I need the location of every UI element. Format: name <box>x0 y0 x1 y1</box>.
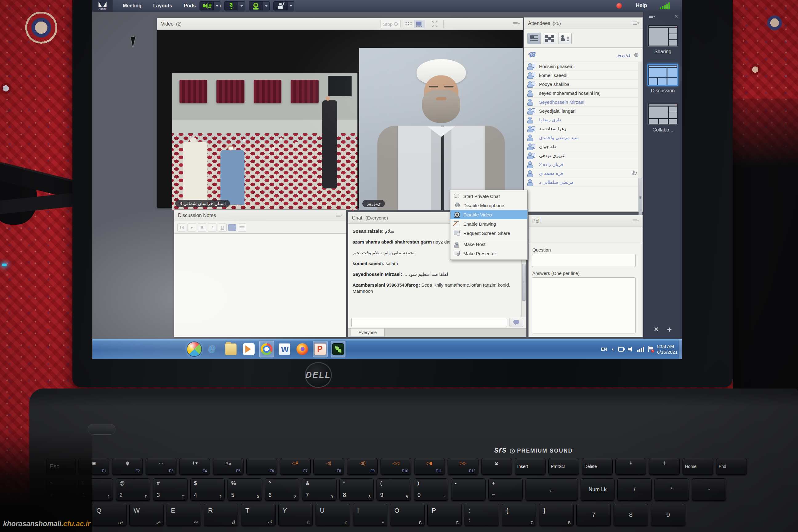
italic-button[interactable]: I <box>208 224 216 231</box>
attendee-row[interactable]: قره محمد ی <box>524 169 639 178</box>
menubar-item[interactable]: Pods <box>178 0 202 12</box>
attendee-row[interactable]: سید مرتضی واحمدی <box>524 133 639 142</box>
taskbar-app-button[interactable] <box>224 341 238 358</box>
delete-layout-icon[interactable]: × <box>654 325 658 334</box>
send-message-button[interactable] <box>510 318 523 327</box>
dell-logo: DELL <box>305 362 332 388</box>
tray-expand-icon[interactable]: ▲ <box>611 347 614 351</box>
attendee-list-view-button[interactable] <box>527 33 541 44</box>
underline-button[interactable]: U <box>218 224 227 231</box>
bullet-list-button[interactable] <box>238 224 246 231</box>
attendee-row[interactable]: زهرا سعادتمند <box>524 125 639 133</box>
taskbar-app-button[interactable] <box>295 341 310 358</box>
attendee-row[interactable]: komeil saeedi <box>524 71 639 80</box>
taskbar-app-button[interactable] <box>313 341 327 358</box>
scrollbar-thumb[interactable] <box>639 178 642 218</box>
layout-item[interactable]: Discussion <box>644 61 682 94</box>
add-layout-icon[interactable]: + <box>667 325 671 334</box>
webcam-button[interactable] <box>249 1 263 11</box>
tab-everyone[interactable]: Everyone <box>351 328 384 337</box>
notes-content[interactable] <box>174 234 346 337</box>
poll-answers-input[interactable] <box>532 278 636 334</box>
language-indicator[interactable]: EN <box>601 347 607 352</box>
keyboard-key: Yغ <box>278 504 313 526</box>
speaker-button[interactable]: ))) <box>200 1 214 11</box>
font-size-select[interactable]: 14 <box>177 224 186 231</box>
video-feed-conference-hall: استان خراسان شمالی 3 <box>172 73 358 210</box>
stop-webcam-button[interactable]: Stop <box>380 20 401 28</box>
layout-thumbnail-icon <box>647 64 678 86</box>
device-icon <box>532 144 535 149</box>
attendee-row[interactable]: طه جوان <box>524 142 639 151</box>
context-menu-item[interactable]: Enable Drawing <box>451 219 527 228</box>
video-pod-title: Video <box>161 21 174 27</box>
text-color-button[interactable] <box>228 224 236 231</box>
attendee-row[interactable]: عزیزی نودهی <box>524 151 639 160</box>
action-center-icon[interactable]: ✕ <box>648 346 653 352</box>
attendee-row[interactable]: Hossein ghasemi <box>524 62 639 71</box>
power-icon[interactable] <box>618 347 624 352</box>
attendee-row[interactable]: Seyedjalal langari <box>524 107 639 115</box>
active-speaker-row[interactable]: ☎ ی‌نوروز ⊗ <box>524 48 643 62</box>
context-menu-item[interactable]: Start Private Chat <box>451 191 527 201</box>
bold-button[interactable]: B <box>198 224 206 231</box>
chat-text: محمدسمایی وام: سلام وقت بخیر <box>353 250 416 255</box>
close-icon[interactable]: ⊗ <box>633 51 639 58</box>
pod-options-icon[interactable] <box>513 22 520 26</box>
raise-hand-icon <box>278 3 283 9</box>
attendee-status-view-button[interactable] <box>558 33 572 44</box>
menubar-item[interactable]: Meeting <box>117 0 147 12</box>
start-button[interactable] <box>187 341 202 357</box>
microphone-dropdown[interactable] <box>238 1 245 11</box>
pod-options-icon[interactable] <box>633 219 640 223</box>
pod-options-icon[interactable] <box>633 21 640 25</box>
volume-icon[interactable] <box>628 347 633 352</box>
photo-scene: Adobe MeetingLayoutsPodsAudio ))) <box>0 0 798 532</box>
keyboard-key: ◁)F8 <box>314 458 344 475</box>
webcam-dropdown[interactable] <box>263 1 270 11</box>
context-menu-item[interactable]: Disable Microphone <box>451 201 527 210</box>
context-menu-item[interactable]: Make Presenter <box>451 249 527 258</box>
sidebar-options-icon[interactable] <box>649 15 656 19</box>
scrollbar-thumb[interactable] <box>522 264 526 301</box>
grid-view-button[interactable] <box>403 20 414 28</box>
keyboard-key: &7۷ <box>302 478 337 500</box>
speaker-dropdown[interactable] <box>214 1 221 11</box>
list-view-icon <box>530 35 538 41</box>
context-menu-item[interactable]: Request Screen Share <box>451 228 527 238</box>
attendee-row[interactable]: seyed mohammad hoseini iraj <box>524 89 639 98</box>
context-menu-item[interactable]: Disable Video <box>451 210 527 219</box>
pod-options-icon[interactable] <box>336 213 343 218</box>
context-menu-item[interactable]: Make Host <box>451 239 527 249</box>
raise-hand-button[interactable] <box>273 1 288 11</box>
attendee-row[interactable]: Pooya shakiba <box>524 80 639 89</box>
layout-item[interactable]: Sharing <box>644 22 682 55</box>
microphone-button[interactable] <box>224 1 238 11</box>
show-desktop-button[interactable] <box>679 339 682 359</box>
raise-hand-dropdown[interactable] <box>288 1 294 11</box>
layout-list: Sharing Discussion Collabo... <box>644 22 682 139</box>
taskbar-app-button[interactable] <box>206 341 221 358</box>
attendee-grid-view-button[interactable] <box>543 33 556 44</box>
network-icon[interactable] <box>637 347 644 352</box>
attendee-row[interactable]: قربان زاده 2 <box>524 160 639 169</box>
menubar-item[interactable]: Layouts <box>147 0 178 12</box>
poll-question-input[interactable] <box>532 254 636 267</box>
taskbar-app-button[interactable] <box>259 341 274 358</box>
layout-item[interactable]: Collabo... <box>644 100 682 133</box>
attendee-row[interactable]: داری رضا پا <box>524 115 639 125</box>
help-menu[interactable]: Help <box>636 2 647 8</box>
taskbar-clock[interactable]: 8:03 AM 6/16/2021 <box>657 343 678 355</box>
speaker-brows <box>429 86 454 88</box>
taskbar-app-button[interactable] <box>277 341 292 358</box>
font-size-dropdown[interactable]: ▾ <box>188 224 196 231</box>
taskbar-app-button[interactable] <box>331 341 345 358</box>
fullscreen-button[interactable]: ↖↗↙↘ <box>430 21 439 27</box>
attendees-scrollbar[interactable] <box>638 62 642 211</box>
chat-input[interactable] <box>351 318 507 327</box>
close-icon[interactable]: ✕ <box>674 14 678 19</box>
filmstrip-view-button[interactable] <box>414 20 425 28</box>
attendee-row[interactable]: Seyedhossein Mirzaei <box>524 98 639 107</box>
taskbar-app-button[interactable] <box>241 341 256 358</box>
attendee-row[interactable]: مرتضی سلطانی د <box>524 178 639 187</box>
